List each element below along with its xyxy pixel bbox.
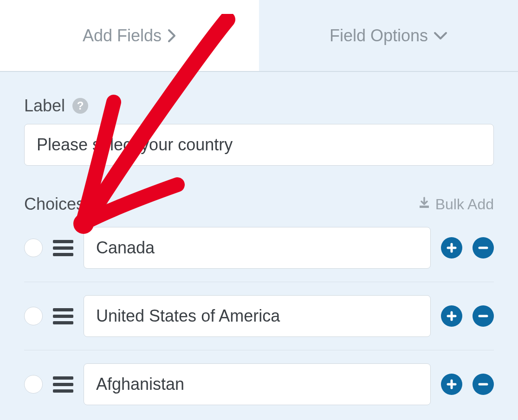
bulk-add-link[interactable]: Bulk Add [418, 196, 494, 213]
remove-choice-button[interactable] [473, 237, 494, 258]
remove-choice-button[interactable] [473, 305, 494, 327]
tab-add-fields[interactable]: Add Fields [0, 0, 259, 71]
choices-title-text: Choices [24, 194, 84, 214]
drag-handle-icon[interactable] [53, 376, 73, 393]
tabs-bar: Add Fields Field Options [0, 0, 518, 72]
choice-row [24, 350, 494, 418]
choices-section-title: Choices ? [24, 194, 108, 214]
bulk-add-label: Bulk Add [435, 196, 494, 213]
help-icon[interactable]: ? [92, 196, 108, 212]
default-radio[interactable] [24, 239, 43, 257]
remove-choice-button[interactable] [473, 374, 494, 395]
tab-add-fields-label: Add Fields [83, 26, 162, 45]
tab-field-options-label: Field Options [330, 26, 428, 45]
choice-input[interactable] [84, 363, 431, 405]
chevron-down-icon [434, 31, 447, 40]
download-icon [418, 196, 431, 213]
choice-row [24, 214, 494, 282]
drag-handle-icon[interactable] [53, 240, 73, 256]
add-choice-button[interactable] [441, 305, 462, 327]
choices-header-row: Choices ? Bulk Add [24, 194, 494, 214]
label-section-title: Label ? [24, 96, 88, 116]
label-text: Label [24, 96, 65, 116]
label-header-row: Label ? [24, 96, 494, 116]
choices-list [24, 214, 494, 418]
tab-field-options[interactable]: Field Options [259, 0, 518, 71]
default-radio[interactable] [24, 375, 43, 394]
choice-input[interactable] [84, 295, 431, 337]
choice-row [24, 282, 494, 350]
add-choice-button[interactable] [441, 374, 462, 395]
label-input[interactable] [24, 124, 494, 166]
field-options-panel: Label ? Choices ? Bulk Add [0, 72, 518, 418]
help-icon[interactable]: ? [72, 98, 88, 114]
chevron-right-icon [167, 29, 176, 43]
add-choice-button[interactable] [441, 237, 462, 258]
choice-input[interactable] [84, 227, 431, 269]
drag-handle-icon[interactable] [53, 308, 73, 324]
default-radio[interactable] [24, 307, 43, 325]
